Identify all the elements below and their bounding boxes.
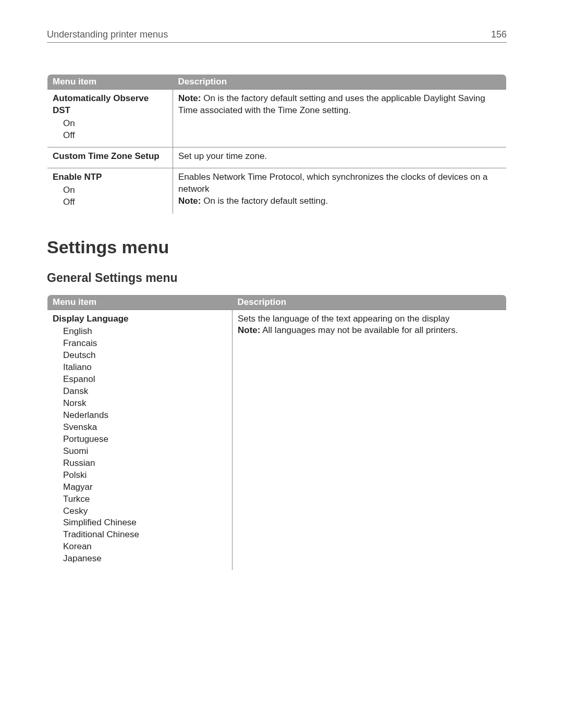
menu-item-option: English	[63, 326, 227, 338]
note-label: Note:	[178, 93, 201, 103]
menu-item-option: Nederlands	[63, 410, 227, 422]
menu-item-option: Japanese	[63, 553, 227, 565]
menu-item-option: Turkce	[63, 493, 227, 505]
menu-item-title: Display Language	[53, 313, 227, 325]
table-row: Display Language EnglishFrancaisDeutschI…	[47, 310, 507, 571]
menu-item: Enable NTP On Off	[53, 171, 167, 208]
menu-item-option: Polski	[63, 470, 227, 482]
table-time-settings: Menu item Description Automatically Obse…	[47, 74, 507, 214]
menu-item-option: Off	[63, 196, 167, 208]
description-text: Sets the language of the text appearing …	[238, 313, 501, 325]
menu-item-description: Sets the language of the text appearing …	[232, 310, 507, 571]
menu-item-option: Off	[63, 130, 167, 142]
subsection-title: General Settings menu	[47, 271, 507, 285]
menu-item-option: On	[63, 184, 167, 196]
menu-item-description: Set up your time zone.	[173, 147, 507, 168]
menu-item-option: Cesky	[63, 505, 227, 517]
description-text: Enables Network Time Protocol, which syn…	[178, 171, 501, 195]
note-text: On is the factory default setting and us…	[178, 93, 485, 115]
menu-item-option: Norsk	[63, 398, 227, 410]
page: Understanding printer menus 156 Menu ite…	[0, 0, 563, 728]
table2-col-header-description: Description	[232, 294, 507, 310]
menu-item-title: Custom Time Zone Setup	[53, 151, 167, 163]
note-text: All languages may not be available for a…	[260, 325, 458, 335]
menu-item-title: Enable NTP	[53, 171, 167, 183]
menu-item-option: Portuguese	[63, 434, 227, 446]
menu-item: Display Language EnglishFrancaisDeutschI…	[53, 313, 227, 565]
running-header-page: 156	[491, 29, 507, 40]
note-label: Note:	[238, 325, 260, 335]
menu-item-option: Korean	[63, 541, 227, 553]
table-row: Automatically Observe DST On Off Note: O…	[47, 90, 507, 147]
table1-col-header-menu-item: Menu item	[47, 75, 173, 90]
menu-item-option: Traditional Chinese	[63, 529, 227, 541]
running-header: Understanding printer menus 156	[47, 29, 507, 43]
table1-col-header-description: Description	[173, 75, 507, 90]
menu-item-option: Simplified Chinese	[63, 517, 227, 529]
menu-item-option: Dansk	[63, 386, 227, 398]
menu-item-option: Francais	[63, 338, 227, 350]
menu-item-option: Espanol	[63, 374, 227, 386]
menu-item-option: Deutsch	[63, 350, 227, 362]
menu-item-option: Suomi	[63, 446, 227, 458]
running-header-title: Understanding printer menus	[47, 29, 168, 40]
menu-item-option: Russian	[63, 458, 227, 470]
menu-item: Automatically Observe DST On Off	[53, 93, 167, 142]
table2-col-header-menu-item: Menu item	[47, 294, 232, 310]
section-title: Settings menu	[47, 237, 507, 257]
menu-item-option: Magyar	[63, 482, 227, 493]
menu-item-description: Enables Network Time Protocol, which syn…	[173, 168, 507, 214]
note-label: Note:	[178, 196, 201, 206]
note-text: On is the factory default setting.	[201, 196, 328, 206]
menu-item-title: Automatically Observe DST	[53, 93, 167, 117]
menu-item-option: Italiano	[63, 362, 227, 374]
menu-item-option: Svenska	[63, 422, 227, 434]
menu-item-option: On	[63, 118, 167, 130]
table-general-settings: Menu item Description Display Language E…	[47, 294, 507, 571]
table-row: Custom Time Zone Setup Set up your time …	[47, 147, 507, 168]
menu-item: Custom Time Zone Setup	[53, 151, 167, 163]
table-row: Enable NTP On Off Enables Network Time P…	[47, 168, 507, 214]
menu-item-description: Note: On is the factory default setting …	[173, 90, 507, 147]
